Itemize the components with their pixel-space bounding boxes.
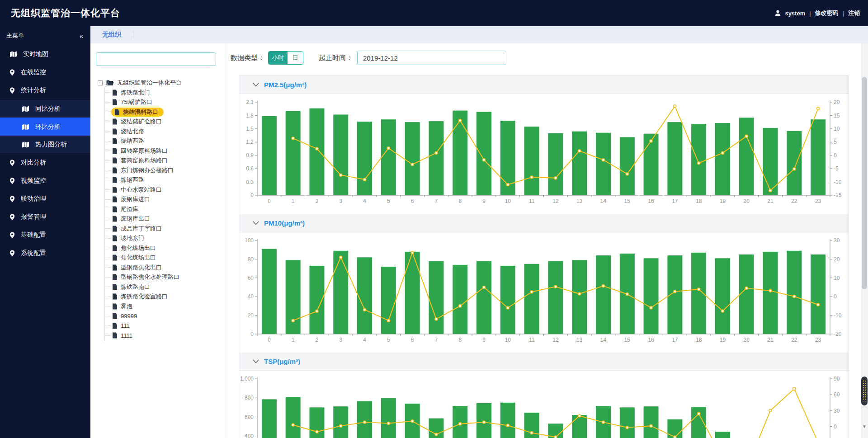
tree-node-label: 型钢路焦化水处理路口 [121,273,179,281]
chart-section-header-0[interactable]: PM2.5(μg/m³) [239,76,849,94]
svg-text:5: 5 [834,139,837,145]
svg-text:400: 400 [245,433,254,438]
tree-connector [105,258,111,258]
date-input[interactable] [357,51,506,65]
tree-node-23[interactable]: 99999 [105,311,182,321]
tree-node-14[interactable]: 成品库丁字路口 [105,224,182,234]
sidebar-item-8[interactable]: 系统配置 [0,244,90,262]
svg-text:3: 3 [339,337,342,343]
svg-text:13: 13 [576,198,583,204]
tree-node-3[interactable]: 烧结储矿仓路口 [105,117,182,127]
sidebar-subitem-2-1[interactable]: 环比分析 [0,118,90,136]
svg-text:10: 10 [834,126,840,132]
tree-node-19[interactable]: 型钢路焦化水处理路口 [105,273,182,283]
chart-section-header-2[interactable]: TSP(μg/m³) [239,353,849,371]
sidebar-item-1[interactable]: 在线监控 [0,63,90,81]
sidebar-item-5[interactable]: 联动治理 [0,190,90,208]
sidebar-header: 主菜单 « [0,26,90,45]
svg-text:9: 9 [482,337,486,343]
svg-text:0: 0 [250,331,254,337]
svg-text:30: 30 [834,408,840,414]
station-tree: 无组织监管治一体化平台炼铁路北门75t锅炉路口烧结混料路口烧结储矿仓路口烧结北路… [98,78,182,340]
pin-icon [9,69,15,76]
tree-node-1[interactable]: 75t锅炉路口 [105,98,182,108]
top-header: 无组织监管治一体化平台 system | 修改密码 | 注销 [0,0,868,26]
sidebar-item-0[interactable]: 实时地图 [0,45,90,63]
svg-text:23: 23 [815,198,821,204]
sidebar-submenu: 同比分析环比分析热力图分析 [0,99,90,154]
svg-text:4: 4 [363,198,366,204]
sidebar-subitem-2-2[interactable]: 热力图分析 [0,136,90,154]
sidebar-item-4[interactable]: 视频监控 [0,172,90,190]
tree-node-0[interactable]: 炼铁路北门 [105,88,182,98]
tree-search-input[interactable] [96,52,216,66]
tree-node-label: 型钢路焦化出口 [121,264,162,272]
data-type-label: 数据类型： [231,54,264,62]
tree-node-17[interactable]: 焦化煤场出口 [105,253,182,263]
sidebar-item-2[interactable]: 统计分析 [0,81,90,99]
tree-node-15[interactable]: 坡地东门 [105,234,182,244]
svg-text:20: 20 [834,99,840,105]
tree-node-24[interactable]: 111 [105,321,182,331]
tree-node-22[interactable]: 雾泡 [105,301,182,311]
tree-node-selected[interactable]: 烧结混料路口 [111,108,164,117]
hour-toggle-button[interactable]: 小时 [269,52,288,64]
sidebar-item-7[interactable]: 基础配置 [0,226,90,244]
tree-collapse-toggle[interactable] [98,80,103,85]
tree-node-18[interactable]: 型钢路焦化出口 [105,263,182,273]
tab-wuzuzhi[interactable]: 无组织 [90,31,133,39]
svg-text:8: 8 [458,337,462,343]
bar-series [262,397,826,438]
day-toggle-button[interactable]: 日 [288,52,303,64]
tree-node-21[interactable]: 炼铁路化验室路口 [105,292,182,302]
svg-text:20: 20 [834,256,840,263]
sidebar-item-label: 在线监控 [21,68,46,76]
scrollbar-thumb[interactable] [862,77,867,289]
tree-node-16[interactable]: 焦化煤场出口 [105,243,182,253]
tree-node-label: 烧结储矿仓路口 [121,118,162,126]
tree-node-7[interactable]: 套筒窑原料场路口 [105,156,182,166]
svg-text:4: 4 [363,337,366,343]
svg-text:0: 0 [268,198,271,204]
svg-text:30: 30 [834,237,840,244]
tree-node-8[interactable]: 东门炼钢办公楼路口 [105,165,182,175]
scrollbar-down-arrow[interactable]: ▼ [861,424,868,429]
tree-node-4[interactable]: 烧结北路 [105,127,182,137]
logout-link[interactable]: 注销 [848,9,860,17]
sidebar-item-3[interactable]: 对比分析 [0,154,90,172]
tree-node-label: 111 [121,322,130,329]
sidebar-item-label: 基础配置 [21,231,46,239]
chart-section-header-1[interactable]: PM10(μg/m³) [239,214,849,232]
sidebar-subitem-2-0[interactable]: 同比分析 [0,99,90,118]
tree-connector [105,228,111,229]
tree-node-20[interactable]: 炼铁路南口 [105,282,182,292]
bar-series [262,249,826,334]
tree-node-6[interactable]: 回转窑原料场路口 [105,146,182,156]
svg-text:23: 23 [815,337,821,343]
tree-connector [105,180,111,180]
tree-node-11[interactable]: 废钢库进口 [105,195,182,205]
file-icon [112,157,118,164]
tree-node-25[interactable]: 1111 [105,331,182,341]
file-icon [112,226,118,232]
tree-node-2[interactable]: 烧结混料路口 [105,107,182,117]
file-icon [112,128,118,135]
tree-node-10[interactable]: 中心水泵站路口 [105,185,182,195]
tree-node-label: 75t锅炉路口 [121,98,152,106]
tree-connector [105,267,111,268]
sidebar-collapse-icon[interactable]: « [80,32,83,40]
tree-connector [105,297,111,297]
charts-panel: PM2.5(μg/m³)00.30.60.91.21.51.82.1-15-10… [239,75,849,438]
file-icon [112,323,118,329]
svg-text:14: 14 [600,337,607,343]
tree-node-9[interactable]: 炼钢西路 [105,175,182,185]
sidebar-item-6[interactable]: 报警管理 [0,208,90,226]
change-password-link[interactable]: 修改密码 [815,9,839,17]
svg-text:15: 15 [834,113,840,119]
svg-text:6: 6 [411,337,414,343]
tree-node-5[interactable]: 烧结西路 [105,137,182,146]
data-type-toggle: 小时 日 [268,51,303,65]
tree-node-13[interactable]: 废钢库出口 [105,214,182,224]
tree-root-node[interactable]: 无组织监管治一体化平台 [98,78,182,88]
tree-node-12[interactable]: 尾渣库 [105,204,182,214]
